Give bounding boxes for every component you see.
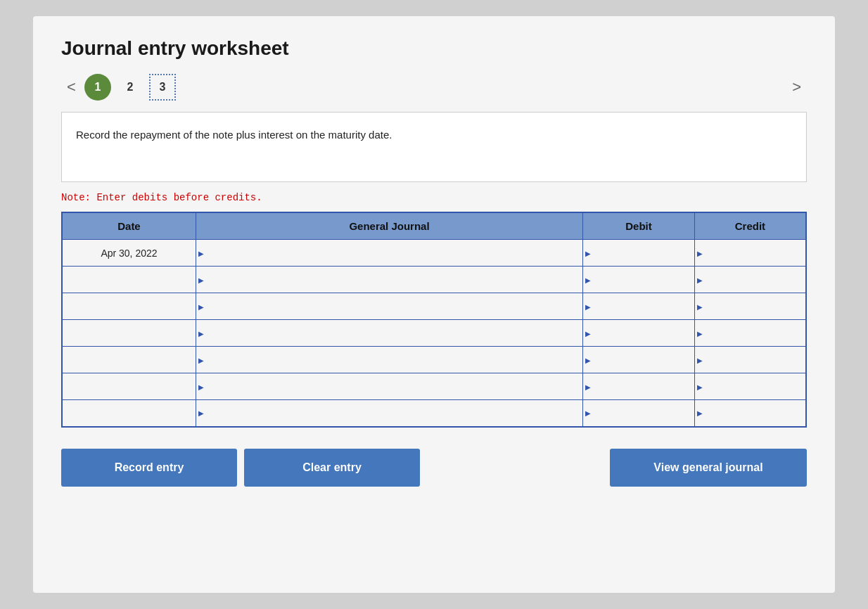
header-debit: Debit [583,212,695,240]
debit-input-1[interactable] [583,267,694,293]
table-row [62,373,806,400]
debit-input-4[interactable] [583,347,694,373]
header-date: Date [62,212,196,240]
instruction-box: Record the repayment of the note plus in… [61,112,807,182]
credit-input-1[interactable] [695,267,805,293]
credit-cell-2[interactable] [694,293,806,320]
credit-cell-0[interactable] [694,240,806,267]
journal-cell-6[interactable] [196,400,582,427]
journal-cell-1[interactable] [196,267,582,293]
buttons-row: Record entry Clear entry View general jo… [61,449,807,487]
table-row [62,400,806,427]
debit-cell-4[interactable] [583,347,695,373]
date-cell-2 [62,293,196,320]
credit-input-2[interactable] [695,293,805,319]
next-arrow[interactable]: > [786,75,807,99]
journal-cell-4[interactable] [196,347,582,373]
journal-input-6[interactable] [196,400,582,426]
credit-input-4[interactable] [695,347,805,373]
credit-input-3[interactable] [695,320,805,346]
table-row [62,293,806,320]
view-general-journal-button[interactable]: View general journal [610,449,807,487]
note-text: Note: Enter debits before credits. [61,192,807,203]
journal-input-0[interactable] [196,240,582,266]
debit-cell-2[interactable] [583,293,695,320]
journal-table: Date General Journal Debit Credit Apr 30… [61,212,807,428]
credit-cell-6[interactable] [694,400,806,427]
header-credit: Credit [694,212,806,240]
credit-cell-3[interactable] [694,320,806,347]
page-title: Journal entry worksheet [61,37,807,60]
debit-cell-5[interactable] [583,373,695,400]
journal-input-2[interactable] [196,293,582,319]
credit-input-5[interactable] [695,373,805,399]
date-cell-3 [62,320,196,347]
debit-input-6[interactable] [583,400,694,426]
date-cell-1 [62,267,196,293]
journal-input-5[interactable] [196,373,582,399]
table-row [62,267,806,293]
date-cell-6 [62,400,196,427]
table-row [62,320,806,347]
debit-cell-3[interactable] [583,320,695,347]
credit-input-0[interactable] [695,240,805,266]
date-cell-0: Apr 30, 2022 [62,240,196,267]
table-row [62,347,806,373]
debit-input-5[interactable] [583,373,694,399]
credit-cell-1[interactable] [694,267,806,293]
journal-input-4[interactable] [196,347,582,373]
prev-arrow[interactable]: < [61,75,82,99]
credit-cell-5[interactable] [694,373,806,400]
journal-cell-5[interactable] [196,373,582,400]
page-2[interactable]: 2 [117,74,143,101]
header-journal: General Journal [196,212,582,240]
date-cell-4 [62,347,196,373]
journal-input-1[interactable] [196,267,582,293]
date-cell-5 [62,373,196,400]
page-1[interactable]: 1 [84,74,111,101]
pagination: < 1 2 3 > [61,74,807,101]
debit-cell-0[interactable] [583,240,695,267]
instruction-text: Record the repayment of the note plus in… [76,129,392,141]
clear-entry-button[interactable]: Clear entry [244,449,420,487]
journal-cell-2[interactable] [196,293,582,320]
journal-cell-3[interactable] [196,320,582,347]
credit-input-6[interactable] [695,400,805,426]
debit-input-2[interactable] [583,293,694,319]
page-3[interactable]: 3 [149,74,176,101]
debit-input-0[interactable] [583,240,694,266]
debit-cell-1[interactable] [583,267,695,293]
debit-cell-6[interactable] [583,400,695,427]
journal-input-3[interactable] [196,320,582,346]
journal-cell-0[interactable] [196,240,582,267]
debit-input-3[interactable] [583,320,694,346]
record-entry-button[interactable]: Record entry [61,449,237,487]
main-container: Journal entry worksheet < 1 2 3 > Record… [33,16,835,593]
credit-cell-4[interactable] [694,347,806,373]
table-row: Apr 30, 2022 [62,240,806,267]
